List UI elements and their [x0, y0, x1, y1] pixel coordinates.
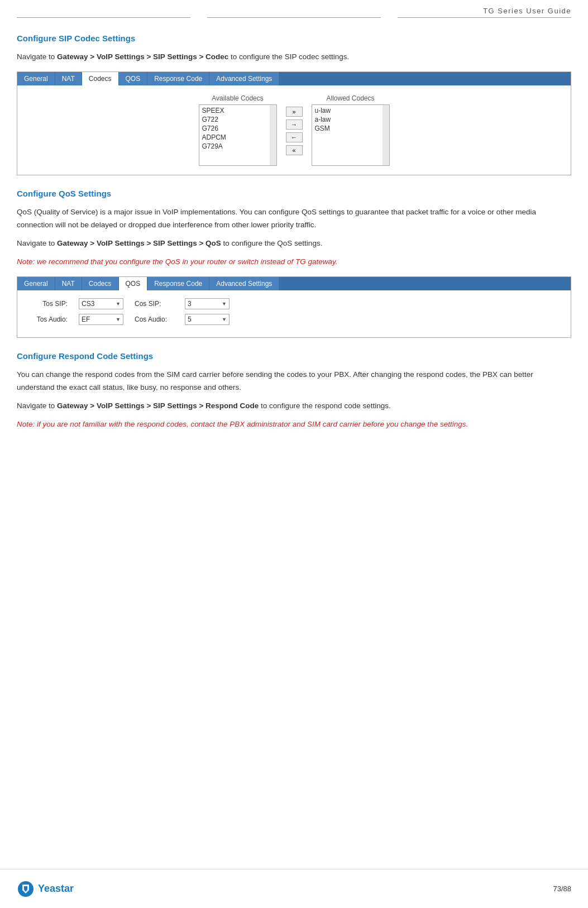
codec-item-g729a[interactable]: G729A — [200, 142, 275, 151]
cos-audio-arrow: ▼ — [222, 317, 227, 322]
main-content: Configure SIP Codec Settings Navigate to… — [0, 18, 588, 483]
qos-row-1: Tos SIP: CS3 ▼ Cos SIP: 3 ▼ — [28, 298, 560, 309]
tab-codecs-1[interactable]: Codecs — [82, 72, 119, 85]
codec-transfer-buttons: » → ← « — [286, 94, 303, 155]
tos-audio-label: Tos Audio: — [28, 316, 68, 323]
available-codec-col: Available Codecs SPEEX G722 G726 ADPCM G… — [199, 94, 277, 166]
respond-nav-path: Gateway > VoIP Settings > SIP Settings >… — [57, 402, 259, 410]
header-top: TG Series User Guide — [0, 0, 588, 15]
qos-section-title: Configure QoS Settings — [17, 189, 571, 198]
codec-columns: Available Codecs SPEEX G722 G726 ADPCM G… — [28, 94, 560, 166]
yeastar-logo-icon — [17, 880, 35, 898]
codec-tab-bar: General NAT Codecs QOS Response Code Adv… — [17, 72, 571, 85]
tab-nat-1[interactable]: NAT — [55, 72, 82, 85]
tab-advanced-settings-1[interactable]: Advanced Settings — [209, 72, 279, 85]
allowed-listbox[interactable]: u-law a-law GSM — [312, 104, 390, 166]
header-div-1 — [17, 17, 190, 18]
move-left-button[interactable]: ← — [286, 132, 303, 142]
codec-panel-body: Available Codecs SPEEX G722 G726 ADPCM G… — [17, 85, 571, 175]
tab-nat-2[interactable]: NAT — [55, 277, 82, 290]
respond-body-text-1: You can change the respond codes from th… — [17, 369, 571, 394]
cos-sip-label: Cos SIP: — [135, 300, 174, 308]
tos-sip-value: CS3 — [82, 300, 94, 308]
cos-audio-label: Cos Audio: — [135, 316, 174, 323]
codec-item-adpcm[interactable]: ADPCM — [200, 133, 275, 142]
respond-section-title: Configure Respond Code Settings — [17, 351, 571, 361]
header-dividers — [0, 15, 588, 18]
codec-item-ulaw[interactable]: u-law — [313, 106, 388, 115]
available-scrollbar[interactable] — [270, 105, 276, 165]
cos-sip-select[interactable]: 3 ▼ — [185, 298, 230, 309]
tos-audio-arrow: ▼ — [116, 317, 121, 322]
allowed-codec-col: Allowed Codecs u-law a-law GSM — [312, 94, 390, 166]
tab-codecs-2[interactable]: Codecs — [82, 277, 119, 290]
tab-general-1[interactable]: General — [17, 72, 55, 85]
qos-row-2: Tos Audio: EF ▼ Cos Audio: 5 ▼ — [28, 314, 560, 325]
codec-item-gsm[interactable]: GSM — [313, 124, 388, 133]
codec-item-g722[interactable]: G722 — [200, 115, 275, 124]
qos-ui-panel: General NAT Codecs QOS Response Code Adv… — [17, 276, 571, 338]
qos-nav-path: Gateway > VoIP Settings > SIP Settings >… — [57, 239, 221, 247]
page-number: 73/88 — [553, 885, 571, 893]
tos-audio-value: EF — [82, 316, 90, 323]
move-right-button[interactable]: → — [286, 120, 303, 130]
respond-note: Note: if you are not familiar with the r… — [17, 418, 571, 431]
footer-logo: Yeastar — [17, 880, 74, 898]
cos-audio-select[interactable]: 5 ▼ — [185, 314, 230, 325]
codec-body-text: Navigate to Gateway > VoIP Settings > SI… — [17, 51, 571, 64]
available-label: Available Codecs — [212, 94, 264, 102]
tab-response-code-1[interactable]: Response Code — [147, 72, 209, 85]
codec-section-title: Configure SIP Codec Settings — [17, 34, 571, 43]
tab-qos-2[interactable]: QOS — [119, 277, 148, 290]
codec-item-g726[interactable]: G726 — [200, 124, 275, 133]
logo-text: Yeastar — [38, 883, 74, 895]
tos-sip-select[interactable]: CS3 ▼ — [79, 298, 123, 309]
allowed-label: Allowed Codecs — [326, 94, 374, 102]
qos-tab-bar: General NAT Codecs QOS Response Code Adv… — [17, 277, 571, 290]
allowed-scrollbar[interactable] — [383, 105, 389, 165]
cos-sip-value: 3 — [188, 300, 192, 308]
footer: Yeastar 73/88 — [0, 869, 588, 908]
move-all-right-button[interactable]: » — [286, 107, 303, 117]
header-div-3 — [398, 17, 571, 18]
respond-body-text-2: Navigate to Gateway > VoIP Settings > SI… — [17, 400, 571, 413]
qos-body-text-1: QoS (Quality of Service) is a major issu… — [17, 206, 571, 232]
tos-sip-label: Tos SIP: — [28, 300, 68, 308]
cos-audio-value: 5 — [188, 316, 192, 323]
codec-item-speex[interactable]: SPEEX — [200, 106, 275, 115]
qos-panel-body: Tos SIP: CS3 ▼ Cos SIP: 3 ▼ Tos Audio: E… — [17, 290, 571, 337]
tab-general-2[interactable]: General — [17, 277, 55, 290]
available-listbox[interactable]: SPEEX G722 G726 ADPCM G729A — [199, 104, 277, 166]
document-title: TG Series User Guide — [483, 7, 571, 15]
header-div-2 — [207, 17, 381, 18]
qos-body-text-2: Navigate to Gateway > VoIP Settings > SI… — [17, 237, 571, 250]
qos-note: Note: we recommend that you configure th… — [17, 256, 571, 269]
move-all-left-button[interactable]: « — [286, 145, 303, 155]
tab-advanced-settings-2[interactable]: Advanced Settings — [209, 277, 279, 290]
codec-nav-path: Gateway > VoIP Settings > SIP Settings >… — [57, 52, 228, 61]
tos-audio-select[interactable]: EF ▼ — [79, 314, 123, 325]
tos-sip-arrow: ▼ — [116, 301, 121, 307]
cos-sip-arrow: ▼ — [222, 301, 227, 307]
tab-response-code-2[interactable]: Response Code — [147, 277, 209, 290]
codec-ui-panel: General NAT Codecs QOS Response Code Adv… — [17, 71, 571, 175]
tab-qos-1[interactable]: QOS — [119, 72, 148, 85]
codec-item-alaw[interactable]: a-law — [313, 115, 388, 124]
